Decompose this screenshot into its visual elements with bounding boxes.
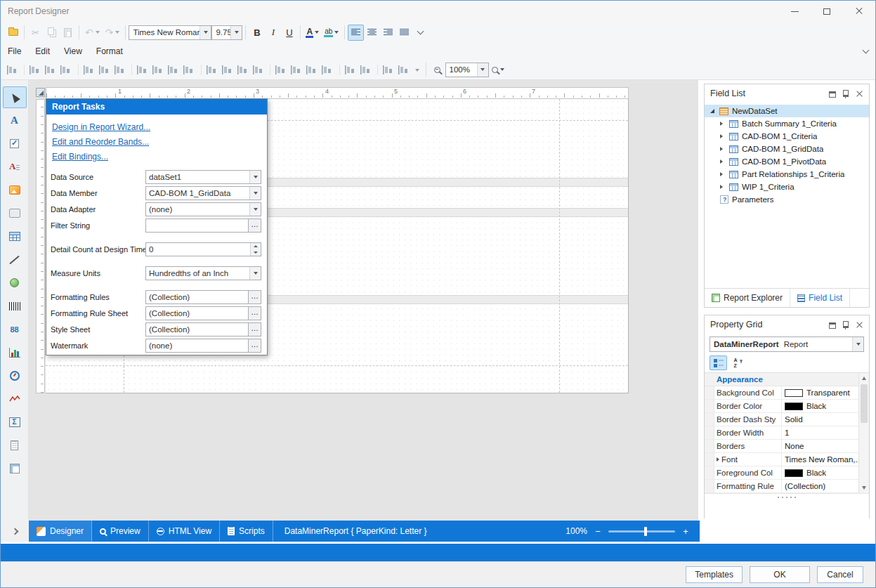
field-editor[interactable]: CAD-BOM 1_GridData bbox=[145, 186, 261, 200]
minimize-button[interactable] bbox=[778, 1, 811, 22]
zoom-slider-thumb[interactable] bbox=[644, 527, 647, 536]
dropdown-button[interactable] bbox=[852, 337, 863, 351]
view-tab[interactable]: Designer bbox=[29, 521, 92, 542]
collapse-icon[interactable] bbox=[710, 109, 717, 113]
alphabetical-button[interactable] bbox=[729, 355, 747, 370]
field-editor[interactable]: (none) bbox=[145, 339, 249, 353]
redo-button[interactable]: ↷ bbox=[103, 25, 123, 41]
toolbox-expand-button[interactable] bbox=[1, 521, 29, 542]
categorized-button[interactable] bbox=[710, 355, 727, 370]
align-center-button[interactable] bbox=[364, 25, 380, 41]
zoom-in-button[interactable] bbox=[489, 62, 507, 78]
layout-tool-icon[interactable] bbox=[306, 65, 318, 75]
property-row[interactable]: Font Times New Roman,... bbox=[705, 453, 869, 466]
scroll-up-icon[interactable] bbox=[862, 377, 866, 380]
tree-node-table[interactable]: CAD-BOM 1_PivotData bbox=[705, 155, 869, 168]
layout-tool-icon[interactable] bbox=[99, 65, 111, 75]
tool-pointer[interactable] bbox=[3, 86, 27, 108]
tool-check-box[interactable] bbox=[3, 133, 27, 155]
report-task-link[interactable]: Design in Report Wizard... bbox=[52, 122, 261, 132]
layout-tool-icon[interactable] bbox=[60, 65, 72, 75]
expand-icon[interactable] bbox=[720, 159, 727, 164]
dropdown-button[interactable] bbox=[200, 26, 211, 39]
restore-icon[interactable] bbox=[829, 322, 836, 329]
tool-line[interactable] bbox=[3, 249, 27, 270]
zoom-combo[interactable]: 100% bbox=[445, 63, 489, 77]
pin-icon[interactable] bbox=[841, 320, 850, 329]
tool-label[interactable] bbox=[3, 110, 27, 131]
design-surface[interactable]: 1234567 Report Tasks Design in Report Wi… bbox=[29, 80, 698, 521]
zoom-out-button[interactable] bbox=[594, 527, 602, 536]
layout-tool-icon[interactable] bbox=[183, 65, 195, 75]
scroll-down-icon[interactable] bbox=[862, 486, 866, 490]
view-tab[interactable]: Scripts bbox=[220, 521, 273, 542]
tool-sparkline[interactable] bbox=[3, 388, 27, 410]
tool-page-info[interactable] bbox=[3, 434, 27, 456]
tree-node-dataset[interactable]: NewDataSet bbox=[705, 105, 869, 117]
report-task-link[interactable]: Edit Bindings... bbox=[52, 152, 261, 162]
paragraph-options-button[interactable] bbox=[412, 25, 429, 41]
dropdown-button[interactable] bbox=[249, 267, 261, 280]
zoom-slider[interactable] bbox=[608, 530, 675, 533]
field-editor[interactable]: (Collection) bbox=[145, 290, 249, 304]
cut-button[interactable]: ✂ bbox=[27, 25, 44, 41]
tool-rich-text[interactable] bbox=[3, 156, 27, 178]
property-row[interactable]: Border Color Black bbox=[705, 400, 869, 413]
layout-tool-icon[interactable] bbox=[360, 65, 372, 75]
layout-tool-icon[interactable] bbox=[398, 65, 410, 75]
maximize-button[interactable] bbox=[811, 1, 843, 22]
field-editor[interactable]: Hundredths of an Inch bbox=[145, 266, 261, 280]
layout-tool-icon[interactable] bbox=[222, 65, 234, 75]
object-selector-combo[interactable]: DataMinerReport Report bbox=[710, 337, 864, 352]
category-row[interactable]: Appearance bbox=[705, 373, 869, 386]
restore-icon[interactable] bbox=[829, 91, 836, 98]
ellipsis-button[interactable] bbox=[249, 218, 261, 233]
tree-node-table[interactable]: Batch Summary 1_Criteria bbox=[705, 117, 869, 130]
layout-tool-icon[interactable] bbox=[30, 65, 41, 75]
close-button[interactable] bbox=[843, 1, 875, 22]
tool-table[interactable] bbox=[3, 226, 27, 247]
ellipsis-button[interactable] bbox=[249, 322, 261, 337]
dropdown-button[interactable] bbox=[249, 171, 261, 183]
scroll-thumb[interactable] bbox=[861, 384, 868, 423]
field-editor[interactable]: (Collection) bbox=[145, 306, 249, 320]
layout-tool-icon[interactable] bbox=[207, 65, 218, 75]
layout-tool-icon[interactable] bbox=[237, 65, 249, 75]
tool-subreport[interactable] bbox=[3, 457, 27, 479]
zoom-out-button[interactable] bbox=[429, 62, 445, 78]
tool-gauge[interactable] bbox=[3, 365, 27, 386]
field-editor[interactable]: dataSet1 bbox=[145, 170, 261, 184]
tree-node-table[interactable]: CAD-BOM 1_Criteria bbox=[705, 130, 869, 143]
undo-button[interactable]: ↶ bbox=[82, 25, 103, 41]
property-row[interactable]: Borders None bbox=[705, 440, 869, 453]
menu-item[interactable]: Format bbox=[89, 43, 130, 60]
field-editor[interactable]: (Collection) bbox=[145, 322, 249, 337]
font-color-button[interactable] bbox=[303, 25, 322, 41]
bold-button[interactable]: B bbox=[249, 25, 265, 41]
expand-icon[interactable] bbox=[720, 147, 727, 151]
report-task-link[interactable]: Edit and Reorder Bands... bbox=[52, 137, 261, 147]
copy-button[interactable] bbox=[44, 25, 60, 41]
property-value[interactable]: Transparent bbox=[781, 386, 869, 399]
splitter-handle[interactable] bbox=[705, 494, 869, 500]
report-select-icon[interactable] bbox=[36, 88, 45, 97]
close-icon[interactable] bbox=[855, 320, 864, 329]
layout-tool-icon[interactable] bbox=[168, 65, 180, 75]
paste-button[interactable] bbox=[60, 25, 76, 41]
property-row[interactable]: Background Col Transparent bbox=[705, 386, 869, 400]
pin-icon[interactable] bbox=[841, 89, 850, 98]
layout-tool-icon[interactable] bbox=[322, 65, 334, 75]
dropdown-button[interactable] bbox=[249, 187, 261, 200]
property-value[interactable]: (Collection) bbox=[781, 480, 869, 492]
underline-button[interactable]: U bbox=[281, 25, 297, 41]
dropdown-button[interactable] bbox=[249, 203, 261, 216]
ellipsis-button[interactable] bbox=[249, 306, 261, 320]
spin-down-icon[interactable] bbox=[251, 249, 261, 256]
property-row[interactable]: Formatting Rule (Collection) bbox=[705, 480, 869, 493]
expand-icon[interactable] bbox=[720, 172, 727, 176]
property-value[interactable]: Solid bbox=[781, 413, 869, 426]
toolbar-options-chevron-icon[interactable] bbox=[863, 47, 870, 54]
property-value[interactable]: Times New Roman,... bbox=[781, 453, 869, 466]
property-value[interactable]: Black bbox=[781, 400, 869, 412]
open-button[interactable] bbox=[5, 25, 21, 41]
